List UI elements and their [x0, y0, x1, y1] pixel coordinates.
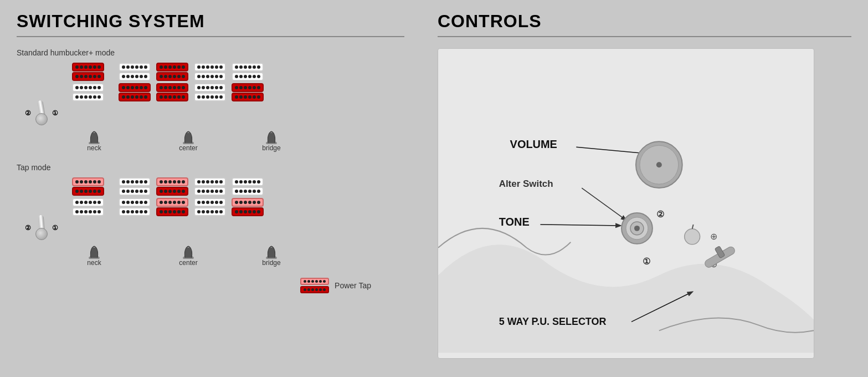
svg-text:Alter Switch: Alter Switch: [499, 179, 553, 189]
svg-text:TONE: TONE: [499, 216, 530, 228]
tap-bridge-single2: [194, 198, 226, 216]
switching-system-title: SWITCHING SYSTEM: [17, 11, 404, 32]
controls-divider: [438, 36, 851, 37]
tap-neck-hb1: [72, 177, 104, 196]
neck-label: neck: [87, 144, 101, 152]
tap-center-pickup-icon: [182, 243, 195, 259]
svg-point-17: [634, 226, 640, 231]
center-top-hb1: [156, 63, 188, 81]
svg-line-6: [576, 147, 648, 154]
neck-top-hb1: [72, 63, 104, 81]
bridge-hb2: [232, 83, 264, 101]
center-pickup-icon: [182, 129, 195, 144]
tap-mode-section: Tap mode ② ①: [17, 163, 404, 267]
tap-center-hb1: [156, 177, 188, 196]
svg-point-9: [656, 162, 662, 167]
tap-bridge-pickup-icon: [265, 243, 278, 259]
svg-text:①: ①: [643, 257, 650, 266]
legend-powertap: [300, 278, 329, 293]
svg-line-13: [540, 225, 620, 226]
center-hb2: [119, 83, 151, 101]
center-label: center: [179, 144, 197, 152]
tap-center-label: center: [179, 259, 197, 267]
volume-label-text: VOLUME: [510, 138, 557, 150]
tap-bridge-single1: [232, 177, 264, 196]
mode2-label: Tap mode: [17, 163, 404, 172]
controls-svg: VOLUME Alter Switch TONE ② ①: [438, 49, 814, 358]
switch-label-1: ①: [52, 109, 58, 117]
bridge-pickup-icon: [265, 129, 278, 144]
switching-system-panel: SWITCHING SYSTEM Standard humbucker+ mod…: [0, 0, 421, 377]
controls-panel: CONTROLS VOLUME Alter Switch TONE: [421, 0, 868, 377]
humbucker-mode-section: Standard humbucker+ mode ② ①: [17, 48, 404, 152]
bridge-single1: [232, 63, 264, 81]
center-hb2b: [156, 83, 188, 101]
center-single1: [194, 63, 226, 81]
tap-center-single1: [194, 177, 226, 196]
legend-area: Power Tap: [17, 278, 404, 293]
tap-center-hb2: [119, 198, 151, 216]
switch-label-2: ②: [25, 109, 31, 117]
neck-single2: [72, 83, 104, 101]
tap-neck-label: neck: [87, 259, 101, 267]
mode1-label: Standard humbucker+ mode: [17, 48, 404, 57]
svg-line-11: [582, 188, 626, 220]
svg-text:⊕: ⊕: [710, 232, 717, 241]
bridge-label: bridge: [262, 144, 280, 152]
tap-switch-label-2: ②: [25, 224, 31, 232]
tap-center-hb2b: [156, 198, 188, 216]
neck-single1: [119, 63, 151, 81]
bridge-single2: [194, 83, 226, 101]
controls-diagram: VOLUME Alter Switch TONE ② ①: [438, 48, 814, 359]
tap-neck-pickup-icon: [88, 243, 101, 259]
tap-switch-label-1: ①: [52, 224, 58, 232]
tap-bridge-label: bridge: [262, 259, 280, 267]
legend-label: Power Tap: [335, 281, 371, 290]
tap-bridge-hb2: [232, 198, 264, 216]
svg-text:5 WAY P.U. SELECTOR: 5 WAY P.U. SELECTOR: [499, 316, 607, 327]
tap-neck-single2: [72, 198, 104, 216]
title-divider: [17, 36, 404, 37]
tap-neck-single1: [119, 177, 151, 196]
controls-title: CONTROLS: [438, 11, 851, 32]
neck-pickup-icon: [88, 129, 101, 144]
svg-line-21: [692, 225, 694, 229]
svg-point-20: [685, 229, 700, 244]
svg-text:②: ②: [656, 210, 664, 219]
